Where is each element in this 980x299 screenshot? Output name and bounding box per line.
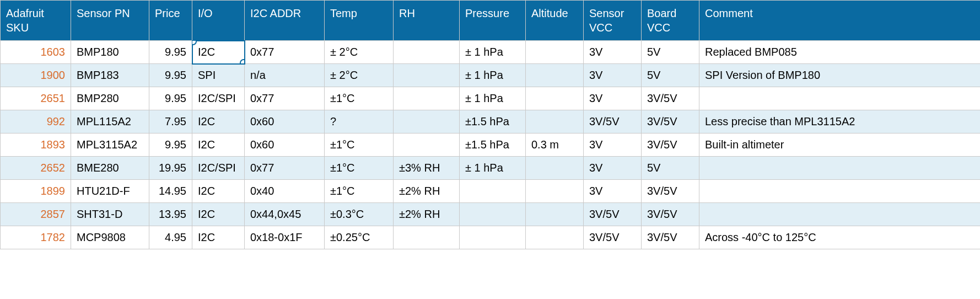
header-alt[interactable]: Altitude — [526, 1, 584, 41]
cell-temp[interactable]: ±0.3°C — [325, 203, 394, 226]
cell-pn[interactable]: BMP180 — [71, 41, 149, 64]
cell-bvcc[interactable]: 5V — [642, 41, 699, 64]
cell-rh[interactable] — [394, 87, 460, 110]
cell-temp[interactable]: ±1°C — [325, 180, 394, 203]
cell-pn[interactable]: MPL3115A2 — [71, 134, 149, 157]
cell-pn[interactable]: MPL115A2 — [71, 110, 149, 134]
cell-alt[interactable] — [526, 110, 584, 134]
cell-press[interactable] — [460, 180, 526, 203]
header-svcc[interactable]: Sensor VCC — [584, 1, 642, 41]
cell-pn[interactable]: BMP183 — [71, 64, 149, 87]
cell-press[interactable]: ± 1 hPa — [460, 41, 526, 64]
cell-press[interactable]: ±1.5 hPa — [460, 110, 526, 134]
cell-svcc[interactable]: 3V/5V — [584, 110, 642, 134]
header-rh[interactable]: RH — [394, 1, 460, 41]
header-price[interactable]: Price — [149, 1, 192, 41]
cell-bvcc[interactable]: 5V — [642, 64, 699, 87]
cell-io[interactable]: I2C — [192, 41, 245, 64]
cell-price[interactable]: 4.95 — [149, 226, 192, 249]
cell-rh[interactable] — [394, 134, 460, 157]
cell-price[interactable]: 9.95 — [149, 87, 192, 110]
cell-svcc[interactable]: 3V — [584, 180, 642, 203]
cell-press[interactable] — [460, 203, 526, 226]
cell-comment[interactable]: Built-in altimeter — [699, 134, 981, 157]
cell-rh[interactable]: ±2% RH — [394, 203, 460, 226]
cell-alt[interactable] — [526, 203, 584, 226]
cell-svcc[interactable]: 3V — [584, 64, 642, 87]
header-io[interactable]: I/O — [192, 1, 245, 41]
cell-sku[interactable]: 1900 — [1, 64, 71, 87]
cell-sku[interactable]: 1603 — [1, 41, 71, 64]
header-comment[interactable]: Comment — [699, 1, 981, 41]
cell-io[interactable]: I2C/SPI — [192, 157, 245, 180]
cell-comment[interactable]: Replaced BMP085 — [699, 41, 981, 64]
cell-svcc[interactable]: 3V — [584, 134, 642, 157]
cell-svcc[interactable]: 3V — [584, 87, 642, 110]
cell-svcc[interactable]: 3V/5V — [584, 203, 642, 226]
cell-bvcc[interactable]: 5V — [642, 157, 699, 180]
cell-press[interactable]: ±1.5 hPa — [460, 134, 526, 157]
cell-temp[interactable]: ±1°C — [325, 157, 394, 180]
cell-io[interactable]: I2C/SPI — [192, 87, 245, 110]
cell-alt[interactable]: 0.3 m — [526, 134, 584, 157]
cell-comment[interactable]: Less precise than MPL3115A2 — [699, 110, 981, 134]
cell-temp[interactable]: ±0.25°C — [325, 226, 394, 249]
cell-price[interactable]: 19.95 — [149, 157, 192, 180]
cell-pn[interactable]: BME280 — [71, 157, 149, 180]
cell-alt[interactable] — [526, 87, 584, 110]
cell-io[interactable]: SPI — [192, 64, 245, 87]
cell-addr[interactable]: 0x40 — [245, 180, 325, 203]
cell-price[interactable]: 9.95 — [149, 64, 192, 87]
cell-io[interactable]: I2C — [192, 134, 245, 157]
cell-rh[interactable] — [394, 41, 460, 64]
cell-temp[interactable]: ± 2°C — [325, 64, 394, 87]
cell-rh[interactable]: ±2% RH — [394, 180, 460, 203]
cell-press[interactable]: ± 1 hPa — [460, 157, 526, 180]
cell-io[interactable]: I2C — [192, 180, 245, 203]
cell-sku[interactable]: 2857 — [1, 203, 71, 226]
cell-addr[interactable]: n/a — [245, 64, 325, 87]
header-bvcc[interactable]: Board VCC — [642, 1, 699, 41]
cell-comment[interactable] — [699, 203, 981, 226]
header-temp[interactable]: Temp — [325, 1, 394, 41]
cell-addr[interactable]: 0x60 — [245, 134, 325, 157]
header-sku[interactable]: Adafruit SKU — [1, 1, 71, 41]
cell-rh[interactable] — [394, 110, 460, 134]
cell-alt[interactable] — [526, 41, 584, 64]
cell-comment[interactable] — [699, 157, 981, 180]
cell-svcc[interactable]: 3V — [584, 157, 642, 180]
cell-rh[interactable] — [394, 226, 460, 249]
cell-bvcc[interactable]: 3V/5V — [642, 134, 699, 157]
cell-svcc[interactable]: 3V — [584, 41, 642, 64]
cell-pn[interactable]: SHT31-D — [71, 203, 149, 226]
cell-sku[interactable]: 1782 — [1, 226, 71, 249]
cell-price[interactable]: 7.95 — [149, 110, 192, 134]
cell-price[interactable]: 9.95 — [149, 41, 192, 64]
cell-price[interactable]: 9.95 — [149, 134, 192, 157]
cell-press[interactable]: ± 1 hPa — [460, 87, 526, 110]
cell-pn[interactable]: HTU21D-F — [71, 180, 149, 203]
cell-addr[interactable]: 0x60 — [245, 110, 325, 134]
cell-bvcc[interactable]: 3V/5V — [642, 87, 699, 110]
cell-temp[interactable]: ±1°C — [325, 87, 394, 110]
cell-price[interactable]: 14.95 — [149, 180, 192, 203]
header-addr[interactable]: I2C ADDR — [245, 1, 325, 41]
cell-rh[interactable] — [394, 64, 460, 87]
cell-svcc[interactable]: 3V/5V — [584, 226, 642, 249]
cell-temp[interactable]: ± 2°C — [325, 41, 394, 64]
cell-rh[interactable]: ±3% RH — [394, 157, 460, 180]
cell-press[interactable]: ± 1 hPa — [460, 64, 526, 87]
cell-addr[interactable]: 0x77 — [245, 41, 325, 64]
cell-bvcc[interactable]: 3V/5V — [642, 180, 699, 203]
cell-alt[interactable] — [526, 157, 584, 180]
cell-addr[interactable]: 0x44,0x45 — [245, 203, 325, 226]
cell-pn[interactable]: MCP9808 — [71, 226, 149, 249]
cell-temp[interactable]: ? — [325, 110, 394, 134]
cell-alt[interactable] — [526, 64, 584, 87]
cell-comment[interactable]: SPI Version of BMP180 — [699, 64, 981, 87]
cell-comment[interactable]: Across -40°C to 125°C — [699, 226, 981, 249]
header-pn[interactable]: Sensor PN — [71, 1, 149, 41]
header-press[interactable]: Pressure — [460, 1, 526, 41]
cell-alt[interactable] — [526, 180, 584, 203]
cell-comment[interactable] — [699, 180, 981, 203]
